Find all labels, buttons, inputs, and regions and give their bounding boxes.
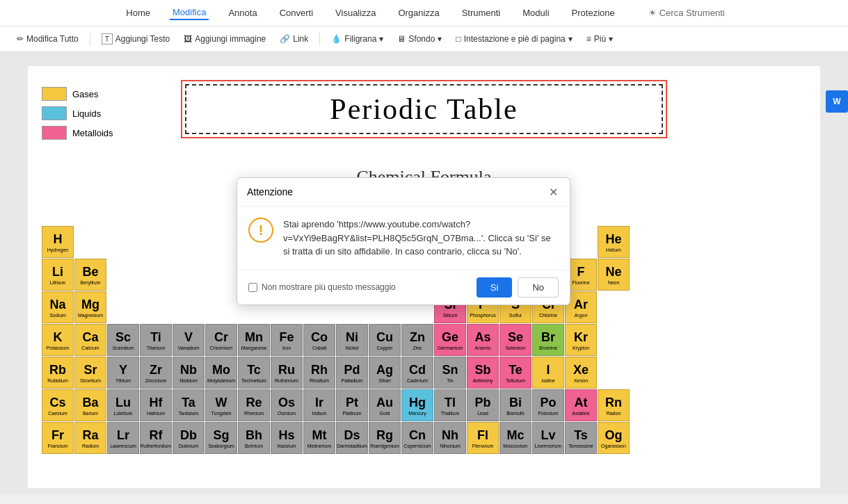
modifica-tutto-btn[interactable]: ✏ Modifica Tutto — [11, 31, 84, 47]
element-Ne: NeNeon — [598, 259, 630, 291]
element-Sg: SgSeaborgium — [205, 422, 237, 454]
element-Tc: TcTechnetium — [238, 357, 270, 389]
menu-home[interactable]: Home — [123, 6, 153, 19]
sfondo-label: Sfondo — [408, 34, 435, 44]
more-icon: ≡ — [586, 34, 591, 44]
element-Sr: SrStrontium — [74, 357, 106, 389]
sfondo-arrow: ▾ — [438, 34, 442, 44]
sfondo-btn[interactable]: 🖥 Sfondo ▾ — [392, 31, 447, 47]
legend: Gases Liquids Metalloids — [42, 87, 113, 140]
element-K: KPotassium — [42, 324, 74, 356]
element-Fe: FeIron — [271, 324, 303, 356]
aggiungi-testo-btn[interactable]: T Aggiungi Testo — [96, 31, 176, 47]
pt-row-7: FrFrancium RaRadium LrLawrencium RfRuthe… — [42, 422, 820, 454]
element-Ta: TaTantalum — [173, 389, 205, 421]
intestazione-arrow: ▾ — [568, 34, 573, 44]
spacer — [107, 291, 139, 323]
element-Zn: ZnZinc — [401, 324, 433, 356]
link-icon: 🔗 — [280, 34, 290, 44]
alert-footer: Non mostrare più questo messaggio Si No — [237, 270, 570, 304]
gases-label: Gases — [72, 89, 99, 99]
element-H: HHydrogen — [42, 226, 74, 258]
element-Sb: SbAntimony — [467, 357, 499, 389]
element-Cs: CsCaesium — [42, 389, 74, 421]
separator-2 — [319, 32, 320, 46]
document-page: Gases Liquids Metalloids Periodic Table … — [28, 66, 820, 488]
spacer — [74, 226, 106, 258]
link-label: Link — [293, 34, 308, 44]
menu-annota[interactable]: Annota — [225, 6, 259, 19]
piu-btn[interactable]: ≡ Più ▾ — [581, 31, 618, 47]
element-W: WTungsten — [205, 389, 237, 421]
element-I: IIodine — [532, 357, 564, 389]
element-Cr: CrChromium — [205, 324, 237, 356]
separator-1 — [90, 32, 90, 46]
metalloids-color — [42, 126, 67, 140]
spacer — [173, 226, 205, 258]
alert-buttons: Si No — [477, 277, 559, 298]
spacer — [140, 259, 172, 291]
filigrana-btn[interactable]: 💧 Filigrana ▾ — [326, 31, 389, 47]
liquids-label: Liquids — [72, 108, 101, 119]
element-Og: OgOganesson — [598, 422, 630, 454]
element-Hf: HfHafnium — [140, 389, 172, 421]
alert-yes-btn[interactable]: Si — [477, 277, 513, 298]
element-Sn: SnTin — [434, 357, 466, 389]
element-Au: AuGold — [369, 389, 401, 421]
aggiungi-immagine-btn[interactable]: 🖼 Aggiungi immagine — [178, 31, 271, 47]
element-Tl: TlThallium — [434, 389, 466, 421]
spacer — [205, 259, 237, 291]
element-Rb: RbRubidium — [42, 357, 74, 389]
intestazione-btn[interactable]: □ Intestazione e piè di pagina ▾ — [450, 31, 577, 47]
legend-metalloids: Metalloids — [42, 126, 113, 140]
header-icon: □ — [456, 34, 461, 44]
pt-row-4: KPotassium CaCalcium ScScandium TiTitani… — [42, 324, 820, 356]
alert-no-btn[interactable]: No — [518, 277, 559, 298]
element-Lu: LuLutetium — [107, 389, 139, 421]
word-icon: W — [826, 90, 848, 113]
title-inner: Periodic Table — [185, 84, 663, 134]
element-Pb: PbLead — [467, 389, 499, 421]
element-Ni: NiNickel — [336, 324, 368, 356]
element-Ca: CaCalcium — [74, 324, 106, 356]
title-box[interactable]: Periodic Table — [181, 80, 667, 138]
toolbar: ✏ Modifica Tutto T Aggiungi Testo 🖼 Aggi… — [0, 26, 848, 52]
menu-organizza[interactable]: Organizza — [395, 6, 442, 19]
menu-protezione[interactable]: Protezione — [569, 6, 618, 19]
element-Bi: BiBismuth — [499, 389, 531, 421]
element-Fl: FlFlerovium — [467, 422, 499, 454]
alert-title: Attenzione — [247, 186, 293, 197]
alert-close-btn[interactable]: ✕ — [546, 185, 560, 199]
watermark-icon: 💧 — [331, 34, 342, 44]
background-icon: 🖥 — [397, 34, 406, 44]
search-label: Cerca Strumenti — [659, 8, 725, 18]
alert-warning-icon: ! — [248, 218, 273, 243]
element-Ts: TsTennessine — [565, 422, 597, 454]
element-Db: DbDubnium — [173, 422, 205, 454]
spacer — [205, 226, 237, 258]
legend-liquids: Liquids — [42, 106, 113, 120]
element-He: HeHelium — [598, 226, 630, 258]
alert-checkbox-input[interactable] — [248, 283, 257, 292]
menu-moduli[interactable]: Moduli — [520, 6, 552, 19]
element-Nh: NhNihonium — [434, 422, 466, 454]
element-Cu: CuCopper — [369, 324, 401, 356]
menu-modifica[interactable]: Modifica — [170, 6, 209, 20]
link-btn[interactable]: 🔗 Link — [274, 31, 314, 47]
piu-label: Più — [594, 34, 606, 44]
element-Ti: TiTitanium — [140, 324, 172, 356]
element-Mt: MtMeitnerium — [303, 422, 335, 454]
menu-visualizza[interactable]: Visualizza — [333, 6, 378, 19]
spacer — [140, 226, 172, 258]
spacer — [173, 291, 205, 323]
element-Li: LiLithium — [42, 259, 74, 291]
search-icon: ☀ — [648, 8, 657, 18]
alert-body: ! Stai aprendo 'https://www.youtube.com/… — [237, 206, 570, 270]
element-Rf: RfRutherfordium — [140, 422, 172, 454]
element-Lr: LrLawrencium — [107, 422, 139, 454]
alert-checkbox-label[interactable]: Non mostrare più questo messaggio — [248, 282, 396, 292]
element-Pd: PdPalladium — [336, 357, 368, 389]
menu-converti[interactable]: Converti — [277, 6, 316, 19]
menu-strumenti[interactable]: Strumenti — [459, 6, 504, 19]
element-At: AtAstatine — [565, 389, 597, 421]
